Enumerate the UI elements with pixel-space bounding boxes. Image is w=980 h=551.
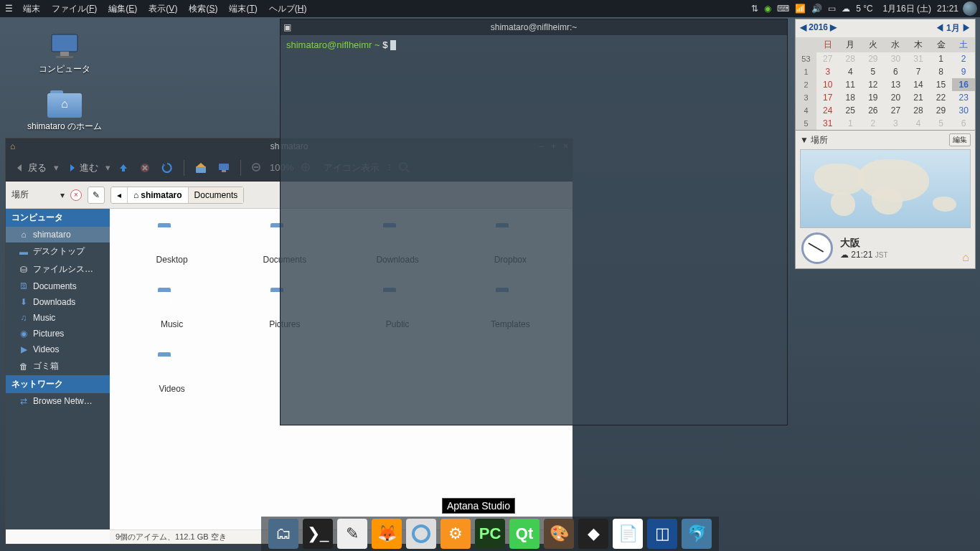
cal-day[interactable]: 29 <box>930 104 953 117</box>
sidebar-item-desktop[interactable]: ▬デスクトップ <box>6 242 110 260</box>
desktop-icon-computer[interactable]: コンピュータ <box>22 32 108 75</box>
crumb-home[interactable]: ⌂ shimataro <box>128 187 189 203</box>
month-prev[interactable]: ◀ <box>936 23 944 33</box>
tray-dropbox-icon[interactable]: ⇅ <box>750 4 760 14</box>
cal-day[interactable]: 19 <box>862 91 885 104</box>
menu-edit[interactable]: 編集(E) <box>103 3 143 15</box>
cal-day[interactable]: 1 <box>839 117 862 130</box>
cal-day[interactable]: 7 <box>907 65 930 78</box>
dock-libreoffice[interactable]: 📄 <box>613 519 643 549</box>
places-selector[interactable]: 場所 ▾ <box>11 189 65 201</box>
cal-day[interactable]: 28 <box>839 52 862 65</box>
cal-day[interactable]: 16 <box>952 78 975 91</box>
cal-day[interactable]: 27 <box>885 104 908 117</box>
tray-volume-icon[interactable]: 🔊 <box>810 4 824 14</box>
tray-search-icon[interactable] <box>963 1 977 16</box>
forward-button[interactable]: 進む <box>63 159 101 176</box>
tray-time[interactable]: 21:21 <box>936 4 960 14</box>
tray-keyboard-icon[interactable]: ⌨ <box>776 4 791 14</box>
edit-button[interactable]: 編集 <box>949 133 971 146</box>
folder-music[interactable]: ♫Music <box>116 286 228 351</box>
dock-terminal[interactable]: ❯_ <box>303 519 333 549</box>
year-next[interactable]: ▶ <box>830 22 837 32</box>
cal-day[interactable]: 2 <box>952 52 975 65</box>
back-dropdown-icon[interactable]: ▾ <box>54 162 59 173</box>
stop-button[interactable] <box>136 160 154 176</box>
dock-virtualbox[interactable]: ◫ <box>647 519 677 549</box>
app-name[interactable]: 端末 <box>17 3 46 15</box>
cal-day[interactable]: 30 <box>885 52 908 65</box>
cal-day[interactable]: 13 <box>885 78 908 91</box>
dock-gimp[interactable]: 🎨 <box>544 519 574 549</box>
cal-day[interactable]: 9 <box>952 65 975 78</box>
dock-pycharm[interactable]: PC <box>475 519 505 549</box>
cal-day[interactable]: 28 <box>907 104 930 117</box>
cal-day[interactable]: 23 <box>952 91 975 104</box>
cal-day[interactable]: 3 <box>816 65 839 78</box>
cal-day[interactable]: 27 <box>816 52 839 65</box>
crumb-back[interactable]: ◂ <box>111 187 128 203</box>
edit-path-button[interactable]: ✎ <box>88 187 105 204</box>
dock-inkscape[interactable]: ◆ <box>578 519 608 549</box>
app-menu-icon[interactable]: ☰ <box>0 0 17 17</box>
cal-day[interactable]: 4 <box>839 65 862 78</box>
dock-chromium[interactable] <box>406 519 436 549</box>
cal-day[interactable]: 5 <box>930 117 953 130</box>
cal-day[interactable]: 22 <box>930 91 953 104</box>
dock-firefox[interactable]: 🦊 <box>372 519 402 549</box>
terminal-titlebar[interactable]: ▣ shimataro@niflheimr:~ <box>281 19 787 35</box>
crumb-documents[interactable]: Documents <box>189 187 244 203</box>
cal-day[interactable]: 10 <box>816 78 839 91</box>
cal-day[interactable]: 31 <box>907 52 930 65</box>
terminal-body[interactable]: shimataro@niflheimr ~ $ <box>281 35 787 55</box>
year-label[interactable]: 2016 <box>809 22 828 32</box>
sidebar-item-documents[interactable]: 🖺Documents <box>6 278 110 294</box>
cal-day[interactable]: 15 <box>930 78 953 91</box>
sidebar-item-videos[interactable]: ▶Videos <box>6 342 110 357</box>
world-map[interactable] <box>800 149 971 228</box>
sidebar-item-trash[interactable]: 🗑ゴミ箱 <box>6 357 110 375</box>
tray-battery-icon[interactable]: ▭ <box>826 4 837 14</box>
dock-aptana[interactable]: ⚙ <box>440 519 471 549</box>
sidebar-item-downloads[interactable]: ⬇Downloads <box>6 294 110 310</box>
cal-day[interactable]: 30 <box>952 104 975 117</box>
zoom-out-button[interactable] <box>248 160 265 176</box>
sidebar-item-home[interactable]: ⌂shimataro <box>6 227 110 242</box>
cal-day[interactable]: 6 <box>952 117 975 130</box>
dock-mysql[interactable]: 🐬 <box>682 519 712 549</box>
cal-day[interactable]: 17 <box>816 91 839 104</box>
cal-day[interactable]: 20 <box>885 91 908 104</box>
menu-file[interactable]: ファイル(F) <box>46 3 103 15</box>
cal-day[interactable]: 14 <box>907 78 930 91</box>
cal-day[interactable]: 26 <box>862 104 885 117</box>
cal-day[interactable]: 3 <box>885 117 908 130</box>
tray-network-icon[interactable]: 📶 <box>793 4 807 14</box>
dock-qt[interactable]: Qt <box>509 519 540 549</box>
cal-day[interactable]: 25 <box>839 104 862 117</box>
cal-day[interactable]: 6 <box>885 65 908 78</box>
month-label[interactable]: 1月 <box>946 23 960 33</box>
sidebar-item-filesystem[interactable]: ⛁ファイルシス… <box>6 260 110 278</box>
folder-desktop[interactable]: Desktop <box>116 222 228 286</box>
location-header[interactable]: ▼ 場所 <box>800 134 828 146</box>
back-button[interactable]: 戻る <box>11 159 50 176</box>
sidebar-item-music[interactable]: ♫Music <box>6 310 110 326</box>
computer-button[interactable] <box>215 159 233 176</box>
menu-terminal[interactable]: 端末(T) <box>223 3 263 15</box>
month-next[interactable]: ▶ <box>962 23 971 33</box>
forward-dropdown-icon[interactable]: ▾ <box>105 162 110 173</box>
cal-day[interactable]: 18 <box>839 91 862 104</box>
cal-day[interactable]: 11 <box>839 78 862 91</box>
cal-day[interactable]: 31 <box>816 117 839 130</box>
dock-files[interactable]: 🗂 <box>268 519 298 549</box>
cal-day[interactable]: 29 <box>862 52 885 65</box>
cal-day[interactable]: 4 <box>907 117 930 130</box>
home-button[interactable] <box>192 159 210 176</box>
calendar-grid[interactable]: 日月火水木金土 53272829303112134567892101112131… <box>796 37 975 130</box>
cal-day[interactable]: 5 <box>862 65 885 78</box>
tray-weather[interactable]: 5 °C <box>854 4 874 14</box>
desktop-icon-home[interactable]: ⌂ shimataro のホーム <box>22 89 108 133</box>
folder-videos[interactable]: Videos <box>116 351 228 415</box>
year-prev[interactable]: ◀ <box>800 22 806 32</box>
cal-day[interactable]: 1 <box>930 52 953 65</box>
